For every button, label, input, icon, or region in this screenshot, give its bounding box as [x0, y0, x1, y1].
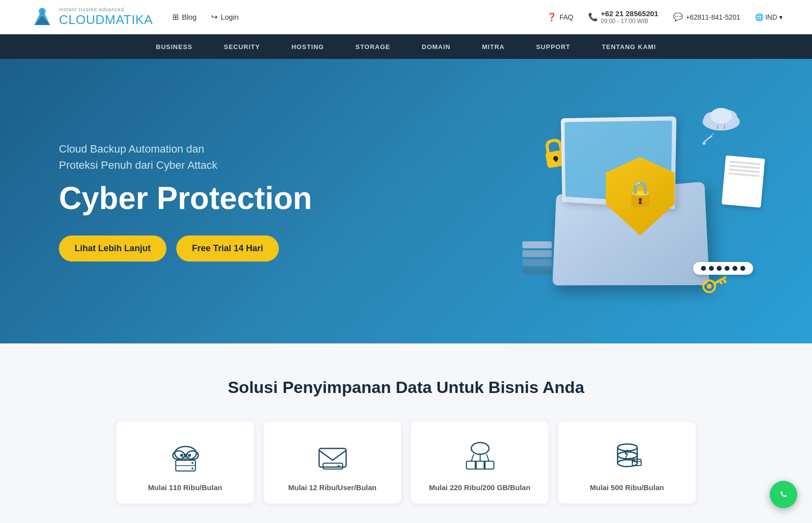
top-nav-left: ⊞ Blog ↪ Login [172, 12, 239, 22]
logo-cloud: CLOUD [59, 12, 105, 27]
svg-point-14 [706, 283, 713, 290]
password-bar [693, 262, 753, 275]
pwd-dot [725, 266, 730, 271]
wifi-signals [694, 128, 714, 151]
logo-text: instant trusted advanced CLOUDMATIKA [59, 7, 153, 27]
nav-tentang[interactable]: TENTANG KAMI [586, 34, 672, 59]
lang-label: IND [765, 13, 777, 21]
free-trial-button[interactable]: Free Trial 14 Hari [176, 235, 279, 262]
hero-title: Cyber Protection [59, 181, 312, 215]
blog-link[interactable]: ⊞ Blog [172, 12, 196, 22]
login-label: Login [220, 13, 239, 21]
svg-point-34 [471, 443, 489, 454]
card-4-icon-wrap [607, 436, 647, 475]
svg-point-44 [618, 452, 637, 459]
phone-block: +62 21 28565201 09:00 - 17:00 WIB [601, 9, 658, 25]
logo-matika: MATIKA [105, 12, 153, 27]
logo-icon [29, 4, 55, 30]
shield-lock-icon: 🔒 [625, 180, 655, 208]
cloud-backup-icon [167, 438, 204, 474]
top-right: ❓ FAQ 📞 +62 21 28565201 09:00 - 17:00 WI… [547, 9, 783, 25]
svg-text:↓: ↓ [716, 122, 720, 130]
svg-line-37 [487, 454, 489, 461]
svg-point-28 [180, 454, 183, 457]
faq-item[interactable]: ❓ FAQ [547, 12, 573, 22]
hero-buttons: Lihat Lebih Lanjut Free Trial 14 Hari [59, 235, 312, 262]
email-icon [314, 438, 351, 474]
phone-number: +62 21 28565201 [601, 9, 658, 18]
login-icon: ↪ [211, 12, 217, 22]
svg-point-41 [618, 444, 637, 451]
pwd-dot [709, 266, 714, 271]
document-paper [722, 156, 765, 208]
svg-point-29 [184, 454, 187, 457]
top-nav-combo: ⊞ Blog ↪ Login ❓ FAQ 📞 +62 21 28565201 0… [153, 9, 783, 25]
phone-hours: 09:00 - 17:00 WIB [601, 18, 649, 25]
whatsapp-item[interactable]: 💬 +62811-841-5201 [673, 12, 740, 22]
hero-section: Cloud Backup Automation danProteksi Penu… [0, 59, 812, 343]
nav-storage[interactable]: STORAGE [340, 34, 406, 59]
pwd-dot [701, 266, 706, 271]
card-1-icon-wrap [165, 436, 205, 475]
cards-row: Mulai 110 Ribu/Bulan Mulai 12 Ribu/User/… [39, 421, 773, 503]
wa-number: +62811-841-5201 [686, 13, 740, 21]
chevron-down-icon: ▾ [779, 13, 783, 21]
card-3-icon-wrap [460, 436, 499, 475]
card-email: Mulai 12 Ribu/User/Bulan [264, 421, 401, 503]
blog-label: Blog [182, 13, 196, 21]
language-selector[interactable]: 🌐 IND ▾ [755, 13, 783, 21]
hero-illustration: ↓ ↓ [517, 88, 773, 314]
faq-icon: ❓ [547, 12, 557, 22]
globe-icon: 🌐 [755, 13, 763, 21]
nav-business[interactable]: BUSINESS [140, 34, 208, 59]
card-network: Mulai 220 Ribu/200 GB/Bulan [411, 421, 548, 503]
phone-icon: 📞 [588, 12, 598, 22]
whatsapp-icon: 💬 [673, 12, 683, 22]
svg-line-35 [471, 454, 474, 461]
card-3-price: Mulai 220 Ribu/200 GB/Bulan [429, 483, 531, 492]
blog-icon: ⊞ [172, 12, 179, 22]
faq-label: FAQ [560, 13, 573, 21]
card-2-icon-wrap [313, 436, 352, 475]
svg-point-30 [188, 454, 191, 457]
logo-name: CLOUDMATIKA [59, 12, 153, 27]
network-storage-icon [461, 438, 498, 474]
svg-point-2 [39, 8, 46, 15]
pwd-dot [740, 266, 745, 271]
card-4-price: Mulai 500 Ribu/Bulan [590, 483, 664, 492]
storage-section: Solusi Penyimpanan Data Untuk Bisnis And… [0, 343, 812, 523]
hero-content: Cloud Backup Automation danProteksi Penu… [59, 141, 312, 261]
svg-point-33 [338, 465, 340, 467]
nav-support[interactable]: SUPPORT [520, 34, 586, 59]
logo-area[interactable]: instant trusted advanced CLOUDMATIKA [29, 4, 153, 30]
nav-mitra[interactable]: MITRA [466, 34, 520, 59]
hero-subtitle: Cloud Backup Automation danProteksi Penu… [59, 141, 312, 173]
nav-security[interactable]: SECURITY [208, 34, 276, 59]
logo-tagline: instant trusted advanced [59, 7, 153, 12]
cyber-scene: ↓ ↓ [517, 88, 773, 314]
phone-item[interactable]: 📞 +62 21 28565201 09:00 - 17:00 WIB [588, 9, 658, 25]
whatsapp-button[interactable] [770, 481, 797, 508]
card-database: Mulai 500 Ribu/Bulan [558, 421, 696, 503]
svg-point-23 [191, 462, 193, 464]
card-2-price: Mulai 12 Ribu/User/Bulan [288, 483, 377, 492]
storage-heading: Solusi Penyimpanan Data Untuk Bisnis And… [39, 378, 773, 397]
top-bar: instant trusted advanced CLOUDMATIKA ⊞ B… [0, 0, 812, 34]
whatsapp-icon [776, 487, 791, 502]
login-link[interactable]: ↪ Login [211, 12, 239, 22]
nav-domain[interactable]: DOMAIN [406, 34, 466, 59]
pwd-dot [732, 266, 737, 271]
main-nav: BUSINESS SECURITY HOSTING STORAGE DOMAIN… [0, 34, 812, 59]
card-1-price: Mulai 110 Ribu/Bulan [148, 483, 222, 492]
svg-point-6 [710, 108, 732, 124]
lihat-lanjut-button[interactable]: Lihat Lebih Lanjut [59, 235, 166, 262]
card-cloud-backup: Mulai 110 Ribu/Bulan [116, 421, 254, 503]
database-icon [609, 438, 646, 474]
svg-point-24 [191, 468, 193, 470]
pwd-dot [717, 266, 722, 271]
svg-text:↓: ↓ [723, 122, 727, 130]
svg-point-9 [703, 142, 705, 145]
nav-hosting[interactable]: HOSTING [276, 34, 340, 59]
shield-icon: 🔒 [606, 157, 675, 235]
stack-books [522, 241, 552, 275]
